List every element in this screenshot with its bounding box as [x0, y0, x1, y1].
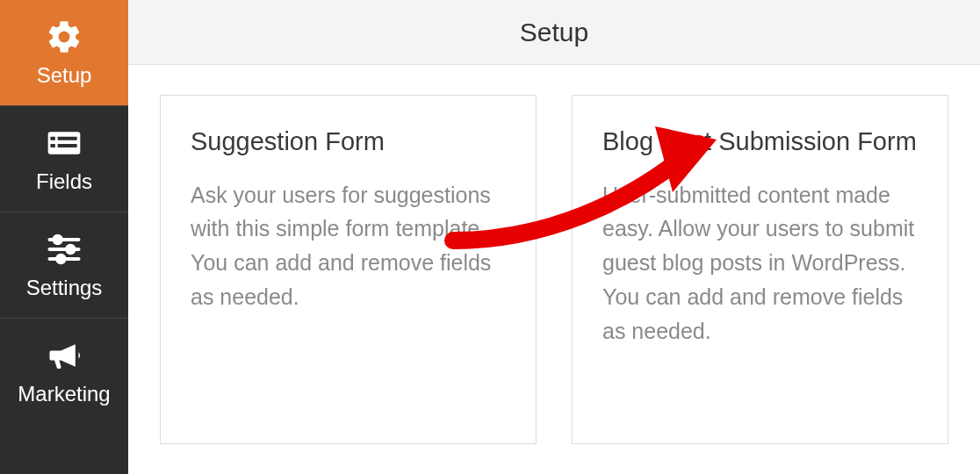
card-description: Ask your users for suggestions with this…	[191, 178, 506, 314]
svg-point-10	[57, 255, 64, 262]
card-title: Blog Post Submission Form	[602, 126, 918, 159]
card-title: Suggestion Form	[191, 126, 506, 159]
svg-rect-4	[58, 144, 77, 147]
template-card-blog-post-submission-form[interactable]: Blog Post Submission Form User-submitted…	[572, 95, 948, 444]
sidebar-item-marketing[interactable]: Marketing	[0, 319, 128, 424]
bullhorn-icon	[43, 334, 85, 377]
svg-point-8	[67, 246, 74, 253]
layout-icon	[43, 122, 85, 164]
svg-rect-3	[50, 144, 55, 147]
app-root: Setup Fields Settings Marketing	[0, 0, 980, 474]
sidebar-item-label: Fields	[36, 169, 92, 194]
sidebar: Setup Fields Settings Marketing	[0, 0, 128, 474]
svg-point-6	[54, 236, 61, 243]
svg-rect-0	[48, 132, 81, 154]
sidebar-item-setup[interactable]: Setup	[0, 0, 128, 106]
template-grid: Suggestion Form Ask your users for sugge…	[128, 65, 980, 474]
sidebar-item-settings[interactable]: Settings	[0, 212, 128, 319]
sidebar-item-label: Setup	[37, 63, 92, 88]
svg-rect-1	[50, 137, 55, 140]
sidebar-item-fields[interactable]: Fields	[0, 106, 128, 212]
sidebar-item-label: Settings	[26, 276, 103, 300]
template-card-suggestion-form[interactable]: Suggestion Form Ask your users for sugge…	[160, 95, 537, 444]
svg-rect-2	[58, 137, 77, 140]
sliders-icon	[43, 228, 85, 270]
header: Setup	[128, 0, 980, 65]
main-area: Setup Suggestion Form Ask your users for…	[128, 0, 980, 474]
page-title: Setup	[520, 18, 588, 47]
card-description: User-submitted content made easy. Allow …	[602, 178, 918, 348]
sidebar-item-label: Marketing	[18, 382, 110, 406]
gear-icon	[43, 16, 85, 58]
